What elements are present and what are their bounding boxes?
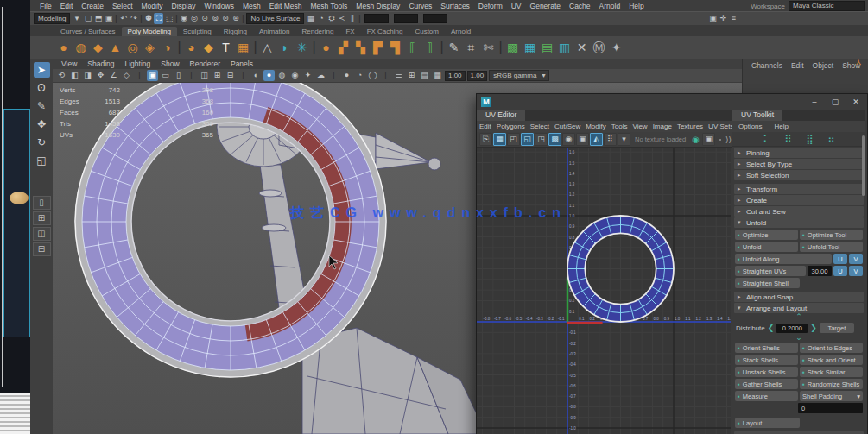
remesh-icon[interactable]: ▥ <box>557 37 572 58</box>
delete-history-icon[interactable]: ✕ <box>574 37 589 58</box>
pause-icon[interactable]: ∥ <box>347 13 357 24</box>
unfold-v-button[interactable]: V <box>849 254 863 264</box>
expand-toolbar-icon[interactable]: ⟩⟩ <box>725 135 732 144</box>
type-tool-icon[interactable]: T <box>219 37 233 58</box>
view-prev-icon[interactable]: ⟲ <box>56 70 67 81</box>
edge-select-mode-icon[interactable]: ⠿ <box>783 134 793 145</box>
poly-cone-icon[interactable]: ▲ <box>108 37 123 58</box>
section-select-by-type[interactable]: ▸Select By Type <box>734 159 864 169</box>
poly-plane-icon[interactable]: ◈ <box>143 37 157 58</box>
safe-title-icon[interactable]: ⊞ <box>212 70 223 81</box>
cut-icon[interactable]: ✄ <box>481 37 496 58</box>
unfold-along-button[interactable]: ▪Unfold Along <box>735 254 832 264</box>
resolution-gate-icon[interactable]: ▣ <box>147 70 158 81</box>
render-settings-icon[interactable]: ⛭ <box>326 13 336 24</box>
uv-menu-item[interactable]: Image <box>650 121 675 132</box>
combine-icon[interactable]: ● <box>319 37 333 58</box>
panel-menu-item[interactable]: View <box>56 59 82 69</box>
sculpt-icon[interactable]: ▣ <box>708 13 718 24</box>
light-icon[interactable]: ✦ <box>609 37 624 58</box>
safe-action-icon[interactable]: ◫ <box>199 70 210 81</box>
nudge-left-button[interactable]: ❮ <box>768 324 775 332</box>
film-gate-icon[interactable]: ◇ <box>121 70 132 81</box>
uv-window-titlebar[interactable]: M – ▢ ✕ <box>477 94 867 110</box>
panel-menu-item[interactable]: Shading <box>82 59 119 69</box>
menu-item[interactable]: Curves <box>404 2 436 10</box>
image-icon[interactable]: ▣ <box>702 133 715 146</box>
select-hierarchy-icon[interactable]: ⚉ <box>143 13 153 24</box>
snap-surface-icon[interactable]: ⊛ <box>231 13 240 24</box>
menu-item[interactable]: Cache <box>565 2 595 10</box>
channel-box-menu-item[interactable]: Edit <box>788 61 808 70</box>
bevel-icon[interactable]: ▜ <box>388 37 402 58</box>
layout-single-pane[interactable]: ▯ <box>33 196 51 210</box>
face-select-mode-icon[interactable]: ⣿ <box>805 134 814 145</box>
uv-borders-icon[interactable]: ◳ <box>535 133 548 146</box>
textured-icon[interactable]: ◍ <box>276 70 288 81</box>
section-transform[interactable]: ▸Transform <box>734 184 864 194</box>
exposure-menu-icon[interactable]: ☰ <box>393 70 404 81</box>
menu-item[interactable]: UV <box>507 2 526 10</box>
orient-shells-button[interactable]: ▪Orient Shells <box>735 343 798 353</box>
menu-item[interactable]: File <box>35 2 56 10</box>
sculpt-brush-icon[interactable]: ✳ <box>295 37 309 58</box>
paint-select-tool[interactable]: ✎ <box>34 98 50 114</box>
straighten-angle-field[interactable]: 30.00 <box>808 266 832 276</box>
grid-icon[interactable]: ▦ <box>493 133 506 146</box>
layout-outliner-pane[interactable]: ⊟ <box>33 242 51 256</box>
straighten-u-button[interactable]: U <box>833 266 847 276</box>
orient-to-edges-button[interactable]: ▪Orient to Edges <box>800 343 863 353</box>
layout-button[interactable]: ▪Layout <box>735 418 800 428</box>
uv-menu-item[interactable]: Cut/Sew <box>552 121 583 132</box>
uv-canvas[interactable]: -0.8-0.7-0.6-0.5-0.4-0.3-0.2-0.10.10.20.… <box>477 148 731 434</box>
exposure-slider[interactable] <box>719 139 721 141</box>
nudge-right-button[interactable]: ❯ <box>810 324 817 332</box>
shelf-tab[interactable]: Sculpting <box>177 27 218 36</box>
menu-item[interactable]: Mesh <box>238 2 265 10</box>
separate-icon[interactable]: ▞ <box>336 37 351 58</box>
uv-menu-item[interactable]: View <box>630 121 649 132</box>
menu-item[interactable]: Help <box>624 2 648 10</box>
uv-editor-tab[interactable]: UV Editor <box>477 110 525 121</box>
exposure-icon[interactable]: ◉ <box>690 134 701 145</box>
boolean-icon[interactable]: ▚ <box>353 37 368 58</box>
panel-menu-item[interactable]: Renderer <box>185 59 225 69</box>
menu-item[interactable]: Deform <box>474 2 507 10</box>
isolate-icon[interactable]: ● <box>341 70 352 81</box>
live-surface-button[interactable]: No Live Surface <box>246 13 304 24</box>
gate-mask-icon[interactable]: ▭ <box>160 70 171 81</box>
shadows-icon[interactable]: ✦ <box>302 70 314 81</box>
plus-icon[interactable]: ✛ <box>719 13 728 24</box>
maximize-button[interactable]: ▢ <box>829 96 841 108</box>
optimize-tool-button[interactable]: ▪Optimize Tool <box>800 230 863 240</box>
target-weld-icon[interactable]: ▩ <box>505 37 520 58</box>
rotate-tool[interactable]: ↻ <box>34 135 50 150</box>
uv-menu-item[interactable]: Edit <box>477 121 494 132</box>
extrude-icon[interactable]: ▛ <box>371 37 385 58</box>
new-scene-icon[interactable]: ▢ <box>83 13 92 24</box>
uv-menu-item[interactable]: Tools <box>609 121 630 132</box>
undo-icon[interactable]: ↶ <box>118 13 128 24</box>
target-button[interactable]: Target <box>820 323 854 333</box>
uv-select-mode-icon[interactable]: ⠅ <box>762 134 771 145</box>
frame-all-icon[interactable]: ⊟ <box>225 70 236 81</box>
panel-menu-item[interactable]: Lighting <box>119 59 155 69</box>
section-unfold[interactable]: ▾Unfold <box>734 217 864 228</box>
super-shape-icon[interactable]: ◕ <box>184 37 199 58</box>
menu-set-dropdown[interactable]: Modeling <box>34 13 70 24</box>
bookmark-icon[interactable]: ◨ <box>82 70 93 81</box>
snap-view-icon[interactable]: ⊜ <box>220 13 230 24</box>
mirror-right-icon[interactable]: ⟧ <box>422 37 437 58</box>
shelf-tab[interactable]: Rendering <box>295 27 339 36</box>
nudge-down-button[interactable]: ⌄ <box>732 334 865 341</box>
reduce-icon[interactable]: ▤ <box>540 37 554 58</box>
menu-item[interactable]: Surfaces <box>436 2 474 10</box>
shell-padding-value-field[interactable]: 0 <box>798 403 863 413</box>
section-create[interactable]: ▸Create <box>734 195 864 205</box>
randomize-shells-button[interactable]: ▪Randomize Shells <box>800 379 863 389</box>
menu-item[interactable]: Arnold <box>595 2 625 10</box>
snap-curve-icon[interactable]: ◎ <box>189 13 199 24</box>
hud-icon[interactable]: ▦ <box>432 70 443 81</box>
material-icon[interactable]: Ⓜ <box>592 37 606 58</box>
shelf-tab[interactable]: Animation <box>253 27 296 36</box>
